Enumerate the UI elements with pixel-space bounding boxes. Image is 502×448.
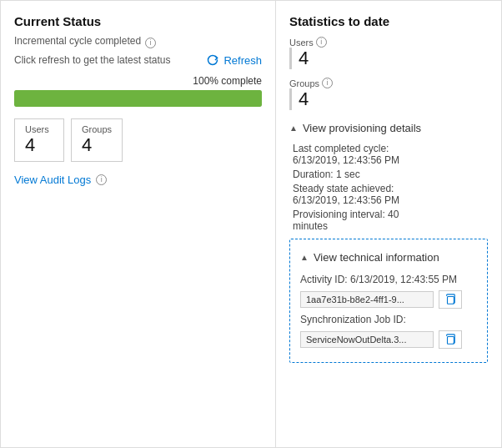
provisioning-accordion-btn[interactable]: ▲ View provisioning details — [289, 118, 421, 138]
progress-bar-fill — [14, 90, 262, 107]
technical-chevron-icon: ▲ — [300, 253, 309, 262]
technical-box: ▲ View technical information Activity ID… — [289, 239, 488, 363]
sync-job-input: ServiceNowOutDelta.3... — [300, 331, 434, 348]
cycle-info-icon[interactable]: i — [145, 38, 156, 48]
left-users-box: Users 4 — [14, 118, 64, 162]
click-refresh-text: Click refresh to get the latest status — [14, 54, 170, 66]
left-panel-title: Current Status — [14, 14, 262, 28]
svg-rect-1 — [448, 337, 454, 345]
sync-job-label: Synchronization Job ID: — [300, 314, 477, 325]
last-cycle-row: Last completed cycle: 6/13/2019, 12:43:5… — [289, 143, 488, 166]
sync-job-copy-btn[interactable] — [439, 330, 462, 349]
left-groups-label: Groups — [82, 124, 112, 134]
interval-row: Provisioning interval: 40 minutes — [289, 209, 488, 232]
right-users-label: Users — [289, 38, 314, 48]
right-groups-item: Groups i 4 — [289, 78, 488, 110]
activity-id-copy-row: 1aa7e31b-b8e2-4ff1-9... — [300, 290, 477, 309]
left-panel: Current Status Incremental cycle complet… — [1, 1, 276, 447]
right-groups-label: Groups — [289, 78, 319, 88]
right-groups-value: 4 — [289, 88, 488, 110]
left-users-label: Users — [25, 124, 49, 134]
provisioning-accordion-label: View provisioning details — [303, 122, 421, 134]
technical-accordion-label: View technical information — [314, 251, 439, 264]
last-cycle-label: Last completed cycle: — [293, 143, 389, 154]
audit-logs-link[interactable]: View Audit Logs — [14, 174, 91, 186]
technical-details: Activity ID: 6/13/2019, 12:43:55 PM 1aa7… — [300, 274, 477, 349]
steady-state-value: 6/13/2019, 12:43:56 PM — [293, 194, 399, 206]
left-groups-box: Groups 4 — [71, 118, 123, 162]
steady-state-row: Steady state achieved: 6/13/2019, 12:43:… — [289, 183, 488, 206]
cycle-text: Incremental cycle completed — [14, 35, 141, 47]
right-panel: Statistics to date Users i 4 Groups i 4 … — [276, 1, 501, 447]
audit-info-icon[interactable]: i — [96, 174, 107, 185]
left-users-value: 4 — [25, 134, 53, 156]
right-groups-info-icon[interactable]: i — [322, 78, 333, 88]
progress-bar-background — [14, 90, 262, 107]
refresh-label: Refresh — [223, 54, 262, 67]
right-panel-title: Statistics to date — [289, 14, 488, 28]
refresh-icon — [206, 53, 219, 67]
provisioning-chevron-icon: ▲ — [289, 123, 298, 133]
copy-icon-activity — [444, 294, 456, 305]
interval-unit: minutes — [293, 220, 328, 232]
copy-icon-sync — [444, 334, 456, 345]
left-groups-value: 4 — [82, 134, 112, 156]
provisioning-details: Last completed cycle: 6/13/2019, 12:43:5… — [289, 143, 488, 232]
refresh-row: Click refresh to get the latest status R… — [14, 53, 262, 67]
right-users-info-icon[interactable]: i — [316, 37, 327, 48]
duration-row: Duration: 1 sec — [289, 169, 488, 180]
activity-id-copy-btn[interactable] — [439, 290, 462, 309]
interval-label: Provisioning interval: 40 — [293, 209, 399, 220]
sync-job-copy-row: ServiceNowOutDelta.3... — [300, 330, 477, 349]
steady-state-label: Steady state achieved: — [293, 183, 394, 194]
right-users-item: Users i 4 — [289, 37, 488, 69]
right-users-value: 4 — [289, 48, 488, 69]
technical-accordion-btn[interactable]: ▲ View technical information — [300, 248, 439, 267]
svg-rect-0 — [448, 297, 454, 305]
last-cycle-value: 6/13/2019, 12:43:56 PM — [293, 154, 399, 166]
progress-label: 100% complete — [14, 75, 262, 87]
left-stats-row: Users 4 Groups 4 — [14, 118, 262, 162]
refresh-button[interactable]: Refresh — [206, 53, 262, 67]
activity-id-input: 1aa7e31b-b8e2-4ff1-9... — [300, 291, 434, 308]
audit-logs-label: View Audit Logs — [14, 174, 91, 186]
activity-id-label: Activity ID: 6/13/2019, 12:43:55 PM — [300, 274, 477, 285]
